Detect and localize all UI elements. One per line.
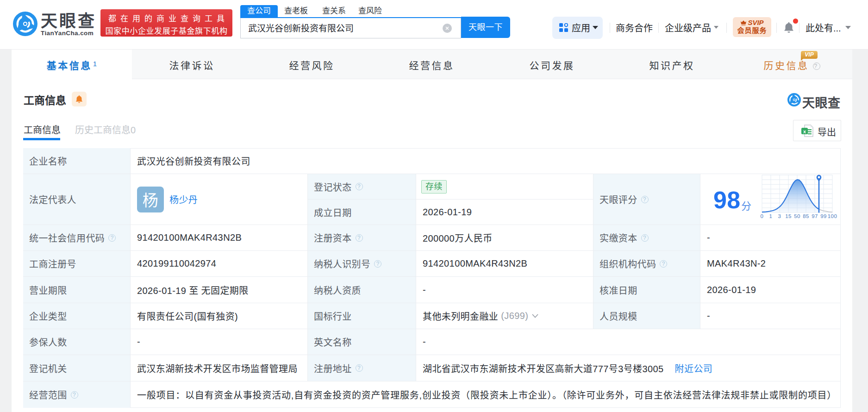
svg-text:0: 0 [761,213,764,219]
svg-text:x: x [803,129,806,134]
svg-text:50: 50 [794,213,800,219]
svg-text:15: 15 [785,213,792,219]
svg-text:99: 99 [820,213,827,219]
svg-text:3: 3 [778,213,781,219]
svg-text:97: 97 [812,213,818,219]
svg-text:85: 85 [803,213,809,219]
svg-text:1: 1 [769,213,773,219]
svg-text:100: 100 [828,213,837,219]
